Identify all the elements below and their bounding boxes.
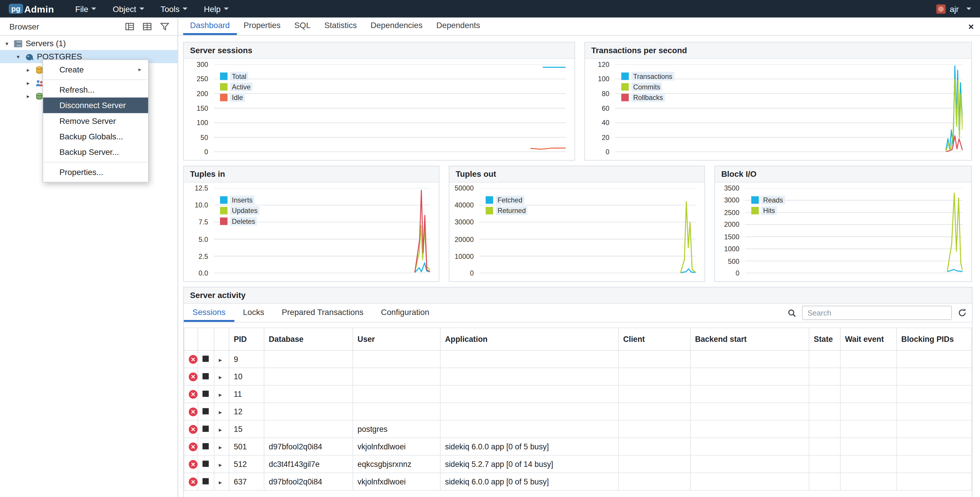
- cancel-query-icon[interactable]: [202, 478, 208, 484]
- legend-swatch: [621, 83, 629, 91]
- y-tick-label: 0: [204, 148, 208, 156]
- tab-dependents[interactable]: Dependents: [430, 18, 487, 35]
- cancel-query-icon[interactable]: [202, 408, 208, 414]
- legend-label: Total: [230, 72, 248, 81]
- cell-blocking-pids: [897, 455, 972, 473]
- terminate-session-icon[interactable]: ×: [189, 425, 197, 433]
- activity-tab-sessions[interactable]: Sessions: [184, 304, 234, 322]
- cell-wait-event: [840, 455, 897, 473]
- menu-file[interactable]: File: [75, 4, 96, 13]
- expand-row-icon[interactable]: ▸: [219, 356, 222, 363]
- tab-sql[interactable]: SQL: [288, 18, 318, 35]
- chevron-right-icon[interactable]: ▸: [25, 93, 31, 99]
- cell-application: sidekiq 6.0.0 app [0 of 5 busy]: [440, 438, 619, 455]
- cell-user: vkjolnfxdlwoei: [353, 473, 440, 490]
- panel-layout-icon[interactable]: [124, 21, 135, 32]
- expand-row-icon[interactable]: ▸: [219, 443, 222, 451]
- cancel-query-icon[interactable]: [202, 460, 208, 466]
- y-tick-label: 30000: [455, 218, 474, 226]
- refresh-icon[interactable]: [958, 308, 967, 318]
- menu-object[interactable]: Object: [113, 4, 144, 13]
- column-header-user: User: [353, 328, 440, 350]
- legend-item-idle: Idle: [220, 93, 253, 102]
- user-menu[interactable]: ajr: [936, 4, 971, 13]
- cell-wait-event: [840, 368, 897, 385]
- cell-pid: 501: [229, 438, 264, 455]
- terminate-session-icon[interactable]: ×: [189, 442, 197, 451]
- legend-item-hits: Hits: [751, 206, 785, 215]
- tab-properties[interactable]: Properties: [237, 18, 288, 35]
- cell-pid: 11: [229, 385, 264, 403]
- terminate-session-icon[interactable]: ×: [189, 460, 197, 468]
- context-menu-item-disconnect-server[interactable]: Disconnect Server: [43, 97, 148, 113]
- legend-item-transactions: Transactions: [621, 72, 674, 81]
- expand-row-icon[interactable]: ▸: [219, 478, 222, 485]
- cancel-query-icon[interactable]: [202, 390, 208, 397]
- panel-title: Block I/O: [715, 166, 971, 183]
- chevron-right-icon[interactable]: ▸: [25, 80, 31, 86]
- sessions-table-wrap: PIDDatabaseUserApplicationClientBackend …: [184, 328, 972, 491]
- column-header-icon: [214, 328, 229, 350]
- cell-state: [809, 438, 840, 455]
- menu-tools[interactable]: Tools: [161, 4, 188, 13]
- legend-swatch: [220, 94, 228, 101]
- expand-row-icon[interactable]: ▸: [219, 373, 222, 381]
- y-tick-label: 0: [470, 269, 474, 277]
- filter-icon[interactable]: [159, 21, 170, 32]
- cell-wait-event: [840, 473, 897, 490]
- tree-item-servers[interactable]: ▾ Servers (1): [0, 37, 178, 50]
- cell-backend-start: [690, 385, 809, 403]
- chevron-down-icon[interactable]: ▾: [4, 40, 10, 46]
- cancel-query-icon[interactable]: [202, 425, 208, 432]
- context-menu-item-properties[interactable]: Properties...: [43, 164, 148, 180]
- terminate-session-icon[interactable]: ×: [189, 407, 197, 416]
- chevron-down-icon[interactable]: ▾: [15, 54, 21, 60]
- cell-blocking-pids: [897, 403, 972, 421]
- legend-label: Rollbacks: [631, 93, 665, 102]
- legend-swatch: [751, 196, 759, 204]
- activity-tab-locks[interactable]: Locks: [234, 304, 273, 322]
- expand-row-icon[interactable]: ▸: [219, 391, 222, 398]
- cell-user: postgres: [353, 421, 440, 438]
- grid-view-icon[interactable]: [142, 21, 153, 32]
- activity-tab-prepared-transactions[interactable]: Prepared Transactions: [273, 304, 372, 322]
- chevron-right-icon[interactable]: ▸: [25, 67, 31, 73]
- menu-help[interactable]: Help: [204, 4, 229, 13]
- chart-plot: TotalActiveIdle: [214, 64, 566, 151]
- terminate-session-icon[interactable]: ×: [189, 477, 197, 486]
- cell-blocking-pids: [897, 421, 972, 438]
- legend-swatch: [220, 207, 228, 215]
- terminate-session-icon[interactable]: ×: [189, 355, 197, 363]
- context-menu-item-create[interactable]: Create▸: [43, 62, 148, 77]
- expand-row-icon[interactable]: ▸: [219, 461, 222, 468]
- tuples-in-panel: Tuples in 0.02.55.07.510.012.5 InsertsUp…: [183, 166, 439, 282]
- context-menu-item-remove-server[interactable]: Remove Server: [43, 113, 148, 129]
- y-tick-label: 3000: [724, 197, 739, 204]
- context-menu-item-backup-server[interactable]: Backup Server...: [43, 144, 148, 160]
- cancel-query-icon[interactable]: [202, 443, 208, 449]
- y-tick-label: 7.5: [199, 218, 208, 226]
- chart-plot: ReadsHits: [745, 188, 963, 273]
- terminate-session-icon[interactable]: ×: [189, 390, 197, 398]
- tab-dashboard[interactable]: Dashboard: [183, 18, 237, 35]
- legend-label: Transactions: [631, 72, 674, 81]
- y-tick-label: 3500: [724, 184, 739, 192]
- legend-item-rollbacks: Rollbacks: [621, 93, 674, 102]
- column-header-client: Client: [619, 328, 690, 350]
- table-row: ×▸10: [184, 368, 972, 385]
- cancel-query-icon[interactable]: [202, 355, 208, 362]
- close-icon[interactable]: ×: [968, 22, 974, 31]
- context-menu-item-backup-globals[interactable]: Backup Globals...: [43, 129, 148, 144]
- cancel-query-icon[interactable]: [202, 373, 208, 379]
- pgadmin-logo: pg Admin: [9, 3, 54, 14]
- legend-label: Inserts: [230, 196, 254, 204]
- tab-statistics[interactable]: Statistics: [317, 18, 363, 35]
- terminate-session-icon[interactable]: ×: [189, 372, 197, 381]
- top-navbar: pg Admin FileObjectToolsHelp ajr: [0, 0, 980, 18]
- tab-dependencies[interactable]: Dependencies: [364, 18, 430, 35]
- expand-row-icon[interactable]: ▸: [219, 426, 222, 433]
- activity-tab-configuration[interactable]: Configuration: [372, 304, 438, 322]
- expand-row-icon[interactable]: ▸: [219, 408, 222, 416]
- context-menu-item-refresh[interactable]: Refresh...: [43, 82, 148, 97]
- search-input[interactable]: [802, 306, 952, 320]
